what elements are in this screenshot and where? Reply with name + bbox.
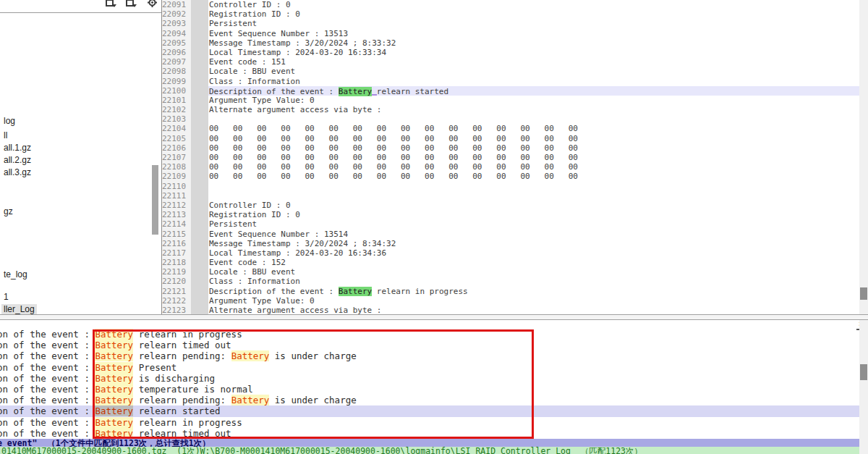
editor-line[interactable]: 22122Argument Type Value: 0: [162, 296, 868, 306]
line-text-segment: 00 00 00 00 00 00 00 00 00 00 00 00 00 0…: [209, 172, 578, 181]
line-text: Argument Type Value: 0: [209, 296, 315, 306]
line-text-segment: Controller ID : 0: [209, 201, 291, 210]
tree-item[interactable]: 1: [1, 292, 11, 302]
line-text: Class : Information: [209, 77, 300, 86]
editor-line[interactable]: 22115Event Sequence Number : 13514: [162, 230, 868, 239]
line-number: 22096: [162, 48, 186, 57]
editor-scrollbar[interactable]: [859, 0, 868, 315]
results-scrollbar[interactable]: [859, 320, 868, 454]
editor-line[interactable]: 22091Controller ID : 0: [162, 0, 868, 9]
line-text: Event Sequence Number : 13514: [209, 230, 348, 239]
editor-line[interactable]: 22098Locale : BBU event: [162, 67, 868, 76]
line-text-segment: Description of the event :: [209, 287, 339, 296]
editor-line[interactable]: 22117Local Timestamp : 2024-03-20 16:34:…: [162, 248, 868, 258]
editor-line[interactable]: 2210400 00 00 00 00 00 00 00 00 00 00 00…: [162, 124, 868, 133]
line-text: 00 00 00 00 00 00 00 00 00 00 00 00 00 0…: [209, 124, 578, 133]
editor-line[interactable]: 22121Description of the event : Battery …: [162, 287, 868, 296]
editor-line[interactable]: 22114Persistent: [162, 219, 868, 229]
result-prefix: on of the event :: [0, 395, 95, 405]
line-text: Event Sequence Number : 13513: [209, 29, 348, 38]
line-text: Description of the event : Batteryrelear…: [209, 86, 448, 96]
line-number: 22111: [162, 191, 186, 201]
line-text-segment: Class : Information: [209, 77, 300, 86]
line-number: 22091: [162, 0, 186, 9]
tree-item[interactable]: gz: [1, 206, 15, 217]
editor-line[interactable]: 2210800 00 00 00 00 00 00 00 00 00 00 00…: [162, 162, 868, 172]
explorer-panel: logllall.1.gzall.2.gzall.3.gzgzte_log1ll…: [0, 0, 162, 315]
folder-sync-icon[interactable]: [106, 0, 117, 9]
line-text-segment: Message Timestamp : 3/20/2024 ; 8:34:32: [209, 239, 396, 248]
tree-item[interactable]: all.2.gz: [1, 155, 33, 165]
line-number: 22112: [162, 201, 186, 210]
line-number: 22105: [162, 134, 186, 143]
line-text-segment: 00 00 00 00 00 00 00 00 00 00 00 00 00 0…: [209, 153, 578, 162]
results-file-text: 01410M617000015-20040900-1600.tgz (1次)W:…: [1, 447, 642, 454]
line-number: 22109: [162, 172, 186, 181]
line-text-segment: Event Sequence Number : 13513: [209, 29, 348, 38]
text-caret: [372, 86, 377, 96]
tree-item[interactable]: all.3.gz: [1, 167, 33, 177]
line-text-segment: relearn started: [377, 87, 448, 96]
editor-line[interactable]: 22102Alternate argument access via byte …: [162, 105, 868, 114]
line-text: 00 00 00 00 00 00 00 00 00 00 00 00 00 0…: [209, 134, 578, 143]
tree-item[interactable]: log: [1, 116, 17, 126]
editor-line[interactable]: 22093Persistent: [162, 19, 868, 28]
folder-sync-icon-2[interactable]: [126, 0, 137, 9]
editor-scrollbar-thumb[interactable]: [860, 287, 867, 300]
editor-line[interactable]: 22092Registration ID : 0: [162, 9, 868, 19]
editor-line[interactable]: 22100Description of the event : Batteryr…: [162, 86, 868, 96]
locate-file-icon[interactable]: [147, 0, 158, 9]
editor-line[interactable]: 22096Local Timestamp : 2024-03-20 16:33:…: [162, 48, 868, 57]
editor-line[interactable]: 22099Class : Information: [162, 77, 868, 86]
line-number: 22119: [162, 267, 186, 277]
line-number: 22102: [162, 105, 186, 114]
search-results-panel: × on of the event : Battery relearn in p…: [0, 320, 868, 454]
line-number: 22113: [162, 210, 186, 219]
results-file-row[interactable]: 01410M617000015-20040900-1600.tgz (1次)W:…: [0, 447, 868, 454]
result-prefix: on of the event :: [0, 428, 95, 439]
line-number: 22110: [162, 182, 186, 191]
panel-splitter[interactable]: [0, 314, 868, 320]
tree-item[interactable]: ller_Log: [1, 304, 37, 314]
line-text: Description of the event : Battery relea…: [209, 287, 468, 296]
editor-line[interactable]: 22110: [162, 182, 868, 191]
editor-line[interactable]: 22103: [162, 114, 868, 124]
line-number: 22098: [162, 67, 186, 76]
editor-line[interactable]: 22094Event Sequence Number : 13513: [162, 29, 868, 38]
editor-line[interactable]: 2210600 00 00 00 00 00 00 00 00 00 00 00…: [162, 143, 868, 153]
editor-line[interactable]: 22111: [162, 191, 868, 201]
line-number: 22097: [162, 57, 186, 67]
tree-scrollbar-thumb[interactable]: [152, 165, 158, 235]
line-text-segment: Description of the event :: [209, 87, 339, 96]
editor-line[interactable]: 22119Locale : BBU event: [162, 267, 868, 277]
editor-line[interactable]: 22095Message Timestamp : 3/20/2024 ; 8:3…: [162, 38, 868, 48]
editor-line[interactable]: 22101Argument Type Value: 0: [162, 96, 868, 105]
line-number: 22103: [162, 114, 186, 124]
editor-line[interactable]: 2210700 00 00 00 00 00 00 00 00 00 00 00…: [162, 153, 868, 162]
editor-line[interactable]: 22116Message Timestamp : 3/20/2024 ; 8:3…: [162, 239, 868, 248]
line-text-segment: Class : Information: [209, 277, 300, 286]
tree-item[interactable]: all.1.gz: [1, 143, 33, 153]
tree-item[interactable]: ll: [1, 130, 9, 140]
line-text: 00 00 00 00 00 00 00 00 00 00 00 00 00 0…: [209, 172, 578, 181]
log-editor[interactable]: 22091Controller ID : 022092Registration …: [162, 0, 868, 315]
line-text-segment: 00 00 00 00 00 00 00 00 00 00 00 00 00 0…: [209, 134, 578, 143]
line-text-segment: Argument Type Value: 0: [209, 96, 315, 105]
line-text-segment: Event Sequence Number : 13514: [209, 230, 348, 239]
editor-line[interactable]: 2210900 00 00 00 00 00 00 00 00 00 00 00…: [162, 172, 868, 181]
editor-line[interactable]: 22113Registration ID : 0: [162, 210, 868, 219]
editor-line[interactable]: 22120Class : Information: [162, 277, 868, 286]
editor-line[interactable]: 22112Controller ID : 0: [162, 201, 868, 210]
line-text-segment: Event code : 152: [209, 258, 286, 267]
battery-highlight: Battery: [339, 287, 372, 296]
tree-item[interactable]: te_log: [1, 269, 30, 279]
results-scrollbar-thumb[interactable]: [860, 364, 867, 380]
editor-line[interactable]: 22097Event code : 151: [162, 57, 868, 67]
line-number: 22093: [162, 19, 186, 28]
line-number: 22092: [162, 9, 186, 19]
line-text-segment: Controller ID : 0: [209, 0, 291, 9]
line-text-segment: Local Timestamp : 2024-03-20 16:34:36: [209, 248, 386, 258]
line-text-segment: relearn in progress: [372, 287, 467, 296]
editor-line[interactable]: 22118Event code : 152: [162, 258, 868, 267]
editor-line[interactable]: 2210500 00 00 00 00 00 00 00 00 00 00 00…: [162, 134, 868, 143]
